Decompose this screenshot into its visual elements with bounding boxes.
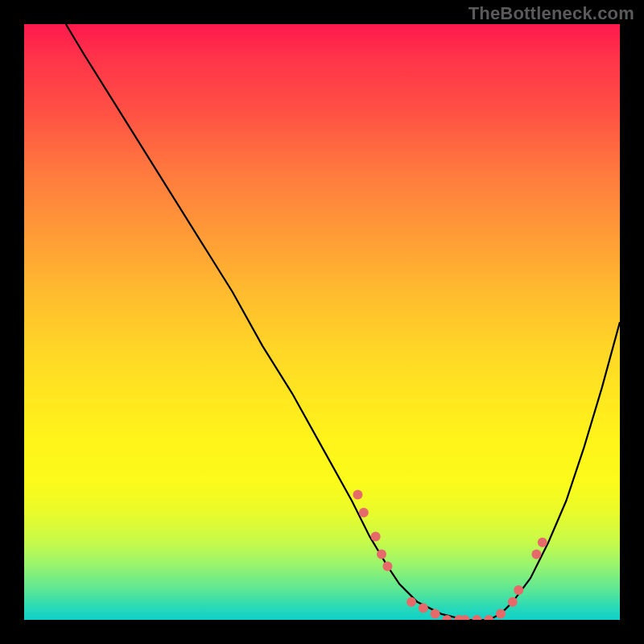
highlight-dot	[419, 603, 428, 613]
highlight-dot	[472, 615, 481, 620]
highlight-dot	[382, 561, 392, 571]
highlight-dots-group	[353, 490, 547, 620]
highlight-dot	[538, 538, 547, 547]
highlight-dot	[460, 615, 470, 620]
highlight-dot	[496, 609, 506, 619]
highlight-dot	[431, 609, 440, 619]
plot-area	[24, 24, 620, 620]
highlight-dot	[484, 615, 493, 620]
highlight-dot	[359, 508, 369, 518]
highlight-dot	[407, 597, 416, 607]
highlight-dot	[514, 585, 523, 595]
watermark-text: TheBottleneck.com	[469, 3, 634, 24]
highlight-dot	[353, 490, 362, 500]
chart-svg	[24, 24, 620, 620]
highlight-dot	[508, 597, 518, 607]
highlight-dot	[371, 531, 381, 541]
highlight-dot	[531, 550, 541, 559]
chart-container: TheBottleneck.com	[0, 0, 644, 644]
bottleneck-curve	[66, 24, 620, 620]
highlight-dot	[377, 550, 386, 559]
